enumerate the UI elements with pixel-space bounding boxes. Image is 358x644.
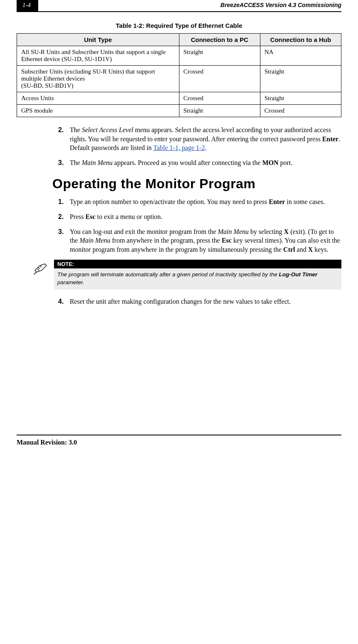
cell-hub: Crossed	[260, 105, 341, 117]
cell-pc: Straight	[179, 105, 260, 117]
note-label: NOTE:	[54, 260, 341, 268]
list-item: 3. You can log-out and exit the monitor …	[17, 227, 341, 254]
cell-pc: Straight	[179, 46, 260, 66]
table-1-1-link[interactable]: Table 1-1, page 1-2	[153, 144, 205, 151]
cell-pc: Crossed	[179, 66, 260, 92]
table-row: All SU-R Units and Subscriber Units that…	[17, 46, 341, 66]
step-body: The Main Menu appears. Proceed as you wo…	[70, 158, 341, 167]
list-item: 4. Reset the unit after making configura…	[17, 297, 341, 306]
cell-unit: GPS module	[17, 105, 179, 117]
list-item: 1. Type an option number to open/activat…	[17, 197, 341, 206]
table-row: GPS module Straight Crossed	[17, 105, 341, 117]
section-heading: Operating the Monitor Program	[52, 176, 341, 192]
step-number: 3.	[58, 227, 70, 254]
step-body: Reset the unit after making configuratio…	[70, 297, 341, 306]
list-item: 2. The Select Access Level menu appears.…	[17, 125, 341, 152]
step-number: 1.	[58, 197, 70, 206]
cell-hub: NA	[260, 46, 341, 66]
table-header-row: Unit Type Connection to a PC Connection …	[17, 34, 341, 46]
cell-pc: Crossed	[179, 92, 260, 105]
col-conn-pc: Connection to a PC	[179, 34, 260, 46]
page-footer: Manual Revision: 3.0	[17, 435, 341, 446]
step-number: 4.	[58, 297, 70, 306]
cell-hub: Straight	[260, 66, 341, 92]
list-item: 3. The Main Menu appears. Proceed as you…	[17, 158, 341, 167]
table-row: Subscriber Units (excluding SU-R Units) …	[17, 66, 341, 92]
col-conn-hub: Connection to a Hub	[260, 34, 341, 46]
note-icon	[32, 261, 49, 275]
table-row: Access Units Crossed Straight	[17, 92, 341, 105]
table-caption: Table 1-2: Required Type of Ethernet Cab…	[17, 22, 341, 29]
step-number: 2.	[58, 212, 70, 221]
note-body: The program will terminate automatically…	[54, 268, 341, 289]
step-body: The Select Access Level menu appears. Se…	[70, 125, 341, 152]
note-block: NOTE: The program will terminate automat…	[32, 260, 341, 289]
list-item: 2. Press Esc to exit a menu or option.	[17, 212, 341, 221]
cell-hub: Straight	[260, 92, 341, 105]
step-body: Press Esc to exit a menu or option.	[70, 212, 341, 221]
step-number: 3.	[58, 158, 70, 167]
document-title: BreezeACCESS Version 4.3 Commissioning	[38, 0, 341, 8]
page-header: 1-4 BreezeACCESS Version 4.3 Commissioni…	[17, 0, 341, 12]
col-unit-type: Unit Type	[17, 34, 179, 46]
cell-unit: Subscriber Units (excluding SU-R Units) …	[17, 66, 179, 92]
step-body: You can log-out and exit the monitor pro…	[70, 227, 341, 254]
cell-unit: All SU-R Units and Subscriber Units that…	[17, 46, 179, 66]
cell-unit: Access Units	[17, 92, 179, 105]
page-number-box: 1-4	[17, 0, 38, 11]
ethernet-cable-table: Unit Type Connection to a PC Connection …	[17, 33, 341, 117]
step-number: 2.	[58, 125, 70, 152]
step-body: Type an option number to open/activate t…	[70, 197, 341, 206]
